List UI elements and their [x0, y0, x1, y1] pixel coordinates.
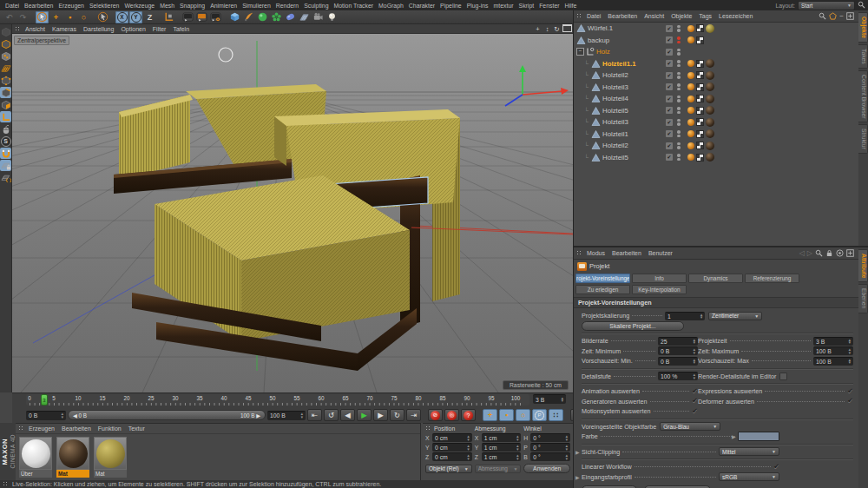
menu-selektieren[interactable]: Selektieren: [87, 3, 122, 9]
side-tab-attribute[interactable]: Attribute: [858, 249, 868, 282]
uvw-tag-icon[interactable]: [696, 154, 704, 162]
menu-fenster[interactable]: Fenster: [536, 3, 562, 9]
range-start-field[interactable]: 0 B▲▼: [26, 411, 66, 420]
loop-mode-button[interactable]: ↻: [390, 409, 404, 421]
unit-dropdown[interactable]: Zentimeter▼: [708, 312, 762, 320]
uvw-tag-icon[interactable]: [696, 83, 704, 91]
spinner-arrows[interactable]: ▲▼: [846, 348, 852, 354]
visibility-dots[interactable]: [677, 60, 681, 67]
dropdown-eingangsfarbprofil[interactable]: sRGB▼: [719, 472, 779, 481]
color-swatch[interactable]: [738, 432, 779, 441]
spinner-arrows[interactable]: ▲▼: [698, 313, 703, 320]
render-view-icon[interactable]: [181, 11, 194, 23]
model-mode-icon[interactable]: [0, 38, 11, 49]
checkbox-unchecked[interactable]: [779, 373, 787, 380]
edges-mode-icon[interactable]: [0, 87, 11, 98]
side-tab-struktur[interactable]: Struktur: [858, 124, 868, 154]
viewport-menu-filter[interactable]: Filter: [150, 26, 169, 32]
target-icon[interactable]: [836, 249, 844, 258]
coord-angle-field-p[interactable]: 0 °▲▼: [530, 443, 570, 452]
record-keyframe-button[interactable]: ⊘: [428, 409, 443, 421]
am-menu-benutzer[interactable]: Benutzer: [646, 250, 675, 256]
path-filter-icon[interactable]: [829, 12, 837, 21]
checkbox-checked[interactable]: ✔: [692, 388, 698, 395]
visibility-dots[interactable]: [677, 130, 681, 137]
checkbox-checked[interactable]: ✔: [773, 464, 779, 471]
am-menu-modus[interactable]: Modus: [584, 250, 608, 256]
visibility-dots[interactable]: [677, 154, 681, 161]
menu-bearbeiten[interactable]: Bearbeiten: [22, 3, 56, 9]
scale-tool-icon[interactable]: ▪: [63, 11, 76, 23]
value-field[interactable]: 25▲▼: [658, 337, 698, 346]
record-options-button[interactable]: ?: [461, 409, 476, 421]
menu-hilfe[interactable]: Hilfe: [562, 3, 580, 9]
viewport-scene[interactable]: Zentralperspektive Rasterweite : 50 cm: [12, 34, 573, 392]
material-ber-white[interactable]: Über: [19, 437, 52, 478]
menu-mtextur[interactable]: mtextur: [491, 3, 516, 9]
enable-toggle[interactable]: ✔: [666, 96, 673, 102]
menu-simulieren[interactable]: Simulieren: [240, 3, 273, 9]
camera-objects-icon[interactable]: [312, 11, 325, 23]
visibility-dots[interactable]: [677, 142, 681, 149]
render-settings-icon[interactable]: [209, 11, 222, 23]
enable-toggle[interactable]: ✔: [666, 142, 673, 149]
spinner-arrows[interactable]: ▲▼: [299, 412, 304, 419]
texture-mode-icon[interactable]: [0, 50, 11, 62]
menu-pipeline[interactable]: Pipeline: [437, 3, 464, 9]
menu-charakter[interactable]: Charakter: [406, 3, 437, 9]
enable-toggle[interactable]: ✔: [666, 154, 673, 161]
key-scale-toggle[interactable]: ▪: [499, 409, 514, 421]
om-menu-ansicht[interactable]: Ansicht: [641, 13, 667, 19]
live-selection-tool[interactable]: [36, 11, 49, 23]
phong-tag-icon[interactable]: [687, 36, 694, 43]
key-position-toggle[interactable]: +: [483, 409, 497, 421]
last-tool-icon[interactable]: [96, 11, 109, 23]
phong-tag-icon[interactable]: [687, 25, 694, 32]
coord-angle-field-b[interactable]: 0 °▲▼: [530, 452, 570, 461]
menu-motion-tracker[interactable]: Motion Tracker: [332, 3, 377, 9]
tab-projekt-voreinstellungen[interactable]: Projekt-Voreinstellungen: [575, 274, 630, 283]
lock-icon[interactable]: [825, 249, 833, 258]
phong-tag-icon[interactable]: [687, 72, 694, 79]
material-tag-icon[interactable]: [706, 71, 714, 80]
timeline-playhead[interactable]: 3: [41, 394, 48, 406]
uvw-tag-icon[interactable]: [696, 24, 704, 32]
visibility-dots[interactable]: [677, 83, 681, 90]
tab-dynamics[interactable]: Dynamics: [688, 274, 743, 283]
spinner-arrows[interactable]: ▲▼: [846, 359, 852, 365]
key-parameter-toggle[interactable]: P: [532, 409, 547, 421]
material-menu-bearbeiten[interactable]: Bearbeiten: [59, 425, 94, 432]
convert-object-icon[interactable]: [0, 26, 11, 37]
tab-referenzierung[interactable]: Referenzierung: [745, 274, 799, 283]
value-field[interactable]: 1▲▼: [665, 312, 705, 320]
collapse-icon[interactable]: −: [576, 48, 584, 56]
om-menu-lesezeichen[interactable]: Lesezeichen: [716, 13, 755, 19]
spinner-arrows[interactable]: ▲▼: [691, 339, 696, 345]
material-menu-funktion[interactable]: Funktion: [95, 425, 124, 432]
viewport-solo-icon[interactable]: [0, 123, 11, 135]
spinner-arrows[interactable]: ▲▼: [514, 445, 519, 451]
expand-arrow-icon[interactable]: ▶: [575, 449, 582, 455]
goto-end-button[interactable]: ⇥: [406, 409, 421, 421]
polygons-mode-icon[interactable]: [0, 99, 11, 110]
spinner-arrows[interactable]: ▲▼: [691, 373, 696, 379]
object-row-holzteil3[interactable]: └Holzteil3✔: [574, 82, 858, 94]
dropdown-sicht-clipping[interactable]: Mittel▼: [719, 447, 779, 456]
spinner-arrows[interactable]: ▲▼: [59, 412, 64, 419]
timeline-range-slider[interactable]: ◀ 0 B100 B ▶: [68, 410, 266, 420]
menu-werkzeuge[interactable]: Werkzeuge: [122, 3, 157, 9]
tab-info[interactable]: Info: [632, 274, 687, 283]
phong-tag-icon[interactable]: [687, 154, 694, 161]
menu-skript[interactable]: Skript: [516, 3, 537, 9]
minimize-icon[interactable]: −: [839, 12, 844, 20]
tab-key-interpolation[interactable]: Key-Interpolation: [632, 285, 687, 294]
material-mat-dark[interactable]: Mat: [56, 437, 89, 478]
workplane-mode-icon[interactable]: [0, 63, 11, 74]
viewport-zoom-icon[interactable]: ↕: [543, 25, 551, 33]
coord-size-field-x[interactable]: 1 cm▲▼: [482, 433, 522, 442]
visibility-dots[interactable]: [677, 96, 681, 102]
enable-toggle[interactable]: ✔: [666, 25, 673, 32]
phong-tag-icon[interactable]: [687, 60, 694, 67]
side-tab-takes[interactable]: Takes: [858, 44, 868, 69]
uvw-tag-icon[interactable]: [696, 95, 704, 102]
